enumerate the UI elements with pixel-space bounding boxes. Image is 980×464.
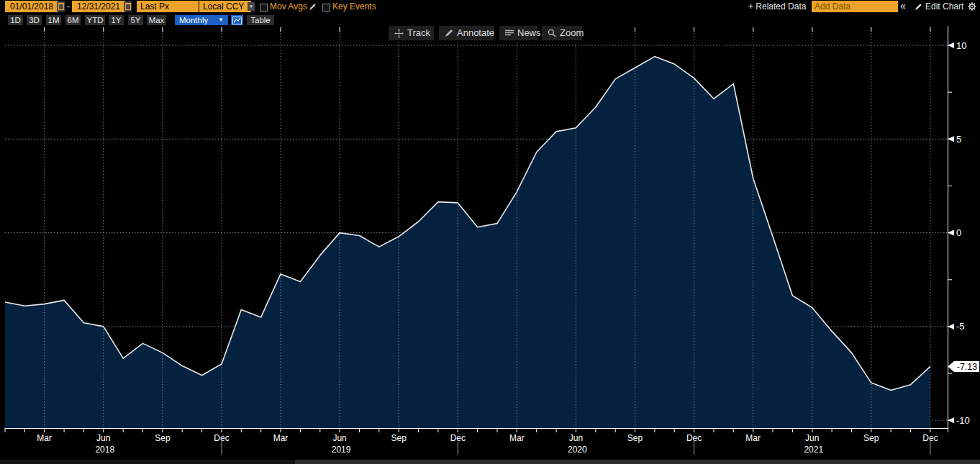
y-tick-arrow [948, 136, 954, 142]
x-tick-label: Sep [155, 433, 171, 443]
bottom-scrollbar-thumb[interactable] [295, 460, 980, 464]
news-button[interactable]: News [499, 26, 537, 40]
area-series [5, 57, 930, 428]
last-price-label: -7.13 [957, 362, 978, 372]
annotate-button[interactable]: Annotate [439, 26, 494, 40]
y-tick-label: 0 [956, 227, 961, 238]
news-lines-icon [505, 29, 514, 37]
year-label: 2020 [568, 445, 587, 455]
y-tick-arrow [948, 417, 954, 423]
y-tick-label: -5 [956, 321, 965, 332]
x-tick-label: Sep [863, 433, 879, 443]
zoom-label: Zoom [560, 26, 584, 40]
year-label: 2021 [804, 445, 823, 455]
x-tick-label: Sep [391, 433, 407, 443]
x-tick-label: Jun [96, 433, 110, 443]
x-tick-label: Mar [37, 433, 52, 443]
x-tick-label: Jun [805, 433, 819, 443]
track-label: Track [407, 26, 430, 40]
x-tick-label: Jun [569, 433, 583, 443]
y-tick-label: 10 [956, 40, 966, 51]
zoom-button[interactable]: Zoom [542, 26, 582, 40]
x-tick-label: Mar [745, 433, 761, 443]
chart-window: MarJun2018SepDecMarJun2019SepDecMarJun20… [0, 0, 980, 464]
x-tick-label: Sep [627, 433, 643, 443]
y-tick-arrow [948, 42, 954, 48]
annotate-label: Annotate [457, 26, 494, 40]
year-label: 2018 [95, 445, 114, 455]
y-tick-label: 5 [956, 134, 961, 145]
y-tick-arrow [948, 324, 954, 329]
year-label: 2019 [332, 445, 351, 455]
news-label: News [517, 26, 541, 40]
y-tick-label: -10 [956, 415, 970, 426]
y-tick-arrow [948, 230, 954, 236]
x-tick-label: Mar [273, 433, 289, 443]
track-button[interactable]: Track [389, 26, 434, 40]
pencil-icon [445, 29, 453, 37]
x-tick-label: Mar [509, 433, 525, 443]
magnifier-icon [548, 29, 556, 37]
price-chart-canvas[interactable]: MarJun2018SepDecMarJun2019SepDecMarJun20… [0, 0, 980, 464]
x-tick-label: Jun [332, 433, 346, 443]
crosshair-icon [394, 29, 404, 38]
